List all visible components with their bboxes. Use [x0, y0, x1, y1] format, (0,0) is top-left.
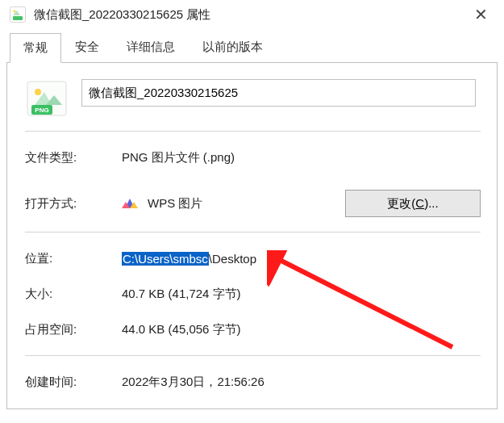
label-location: 位置:: [25, 251, 122, 266]
tabs-bar: 常规 安全 详细信息 以前的版本: [6, 32, 504, 62]
window-title: 微信截图_20220330215625 属性: [34, 7, 210, 23]
divider: [25, 131, 481, 132]
file-header: PNG: [25, 79, 481, 116]
change-button-mnemonic: C: [415, 196, 424, 210]
label-size-on-disk: 占用空间:: [25, 322, 122, 337]
row-open-with: 打开方式: WPS 图片 更改(C)...: [25, 190, 481, 217]
svg-point-5: [35, 89, 41, 95]
tab-general[interactable]: 常规: [10, 33, 61, 63]
tab-details[interactable]: 详细信息: [113, 32, 189, 62]
location-rest-part: \Desktop: [209, 252, 256, 266]
change-button-suffix: )...: [424, 196, 439, 210]
value-created: 2022年3月30日，21:56:26: [122, 375, 481, 390]
divider: [25, 232, 481, 232]
svg-point-2: [13, 10, 15, 12]
label-file-type: 文件类型:: [25, 150, 122, 165]
file-type-small-icon: [10, 6, 26, 23]
row-size-on-disk: 占用空间: 44.0 KB (45,056 字节): [25, 318, 481, 341]
value-file-type: PNG 图片文件 (.png): [122, 150, 481, 165]
divider: [25, 355, 481, 356]
filename-input[interactable]: [81, 79, 476, 107]
row-location: 位置: C:\Users\smbsc\Desktop: [25, 247, 481, 270]
properties-dialog: 微信截图_20220330215625 属性 ✕ 常规 安全 详细信息 以前的版…: [0, 0, 504, 423]
close-button[interactable]: ✕: [466, 5, 496, 24]
row-file-type: 文件类型: PNG 图片文件 (.png): [25, 146, 481, 169]
value-size: 40.7 KB (41,724 字节): [122, 287, 481, 302]
png-badge-text: PNG: [35, 107, 48, 114]
change-open-with-button[interactable]: 更改(C)...: [345, 190, 481, 217]
row-created: 创建时间: 2022年3月30日，21:56:26: [25, 371, 481, 393]
label-open-with: 打开方式:: [25, 196, 122, 212]
svg-rect-1: [13, 16, 23, 20]
label-size: 大小:: [25, 287, 122, 302]
location-selected-part: C:\Users\smbsc: [122, 252, 209, 266]
title-bar: 微信截图_20220330215625 属性 ✕: [0, 0, 504, 27]
tab-panel-general: PNG 文件类型: PNG 图片文件 (.png) 打开方式:: [6, 62, 498, 409]
value-location: C:\Users\smbsc\Desktop: [122, 252, 481, 266]
row-size: 大小: 40.7 KB (41,724 字节): [25, 283, 481, 305]
tab-previous-versions[interactable]: 以前的版本: [189, 32, 277, 62]
tab-security[interactable]: 安全: [61, 32, 113, 62]
value-size-on-disk: 44.0 KB (45,056 字节): [122, 322, 481, 337]
file-type-large-icon: PNG: [27, 81, 67, 116]
wps-app-icon: [122, 195, 138, 212]
change-button-prefix: 更改(: [387, 196, 415, 210]
open-with-app-name: WPS 图片: [148, 196, 202, 212]
label-created: 创建时间:: [25, 375, 122, 390]
